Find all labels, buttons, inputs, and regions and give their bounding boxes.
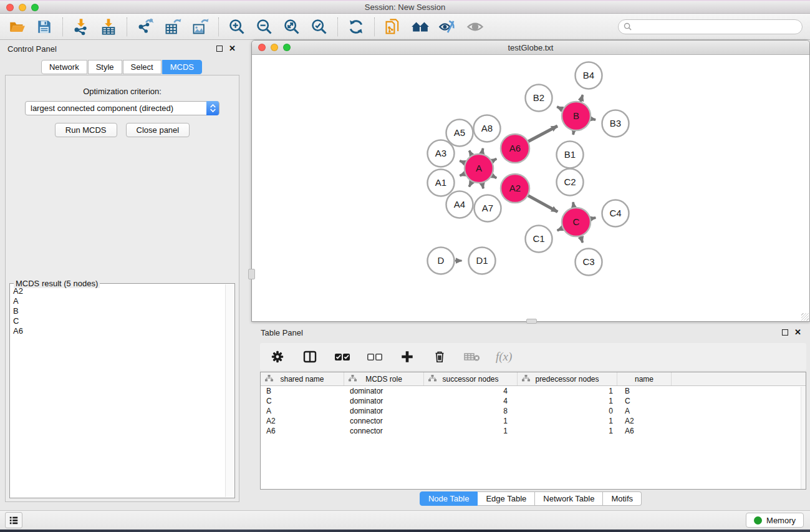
open-session-file-icon[interactable] xyxy=(383,17,402,36)
graph-edge-C-C3[interactable] xyxy=(581,236,582,243)
graph-edge-B-B2[interactable] xyxy=(557,107,562,109)
float-table-panel-icon[interactable] xyxy=(782,329,788,336)
application-window: Session: New Session xyxy=(0,0,810,532)
deselect-all-icon[interactable] xyxy=(366,348,383,365)
select-all-icon[interactable] xyxy=(334,348,351,365)
network-window-titlebar[interactable]: testGlobe.txt xyxy=(252,41,809,55)
zoom-in-icon[interactable] xyxy=(228,17,246,36)
maximize-network-button[interactable] xyxy=(283,44,291,51)
table-cell: 0 xyxy=(518,406,617,416)
export-image-icon[interactable] xyxy=(191,17,210,36)
table-row[interactable]: Cdominator41C xyxy=(261,396,806,406)
tab-network-table[interactable]: Network Table xyxy=(535,491,603,506)
column-header-mcds-role[interactable]: MCDS role xyxy=(344,372,424,385)
graph-edge-C-C4[interactable] xyxy=(591,218,595,219)
tab-edge-table[interactable]: Edge Table xyxy=(478,491,535,506)
hide-graphics-icon[interactable] xyxy=(438,17,457,36)
splitter-handle-left[interactable] xyxy=(248,269,255,279)
memory-status-icon xyxy=(754,516,762,525)
graph-edge-A-A1[interactable] xyxy=(460,173,465,175)
memory-button[interactable]: Memory xyxy=(746,513,804,528)
table-row[interactable]: A6connector11A6 xyxy=(261,426,806,436)
minimize-window-button[interactable] xyxy=(19,4,26,11)
graph-edge-A2-C[interactable] xyxy=(528,196,557,212)
table-row[interactable]: A2connector11A2 xyxy=(261,416,806,426)
table-row[interactable]: Bdominator41B xyxy=(261,386,806,396)
result-item[interactable]: A6 xyxy=(11,326,225,336)
graph-edge-A-A7[interactable] xyxy=(482,183,483,188)
tab-style[interactable]: Style xyxy=(88,60,122,74)
graph-edge-C-C1[interactable] xyxy=(557,228,562,231)
maximize-window-button[interactable] xyxy=(31,4,39,11)
graph-edge-A-A4[interactable] xyxy=(469,181,471,186)
dropdown-stepper-icon xyxy=(206,101,219,115)
graph-node-label: A4 xyxy=(454,199,465,210)
splitter-handle-bottom[interactable] xyxy=(526,319,537,324)
settings-gear-icon[interactable] xyxy=(269,348,286,365)
delete-table-icon[interactable] xyxy=(463,348,481,365)
table-cell: A xyxy=(617,406,672,416)
table-cell: C xyxy=(261,396,344,406)
zoom-fit-icon[interactable] xyxy=(282,17,301,36)
delete-column-icon[interactable] xyxy=(431,348,448,365)
column-view-icon[interactable] xyxy=(301,348,319,365)
open-session-icon[interactable] xyxy=(7,17,26,36)
toolbar-separator xyxy=(127,17,127,36)
table-scrollbar[interactable] xyxy=(801,387,806,489)
graph-edge-B-B4[interactable] xyxy=(581,95,582,102)
column-header-successor-nodes[interactable]: successor nodes xyxy=(424,372,518,385)
network-canvas[interactable]: B4B2BB3A8A5A6A3B1AA1C2A2A4A7C4CC1C3DD1 xyxy=(252,55,809,321)
result-item[interactable]: A2 xyxy=(11,286,225,296)
show-graphics-icon[interactable] xyxy=(466,17,485,36)
float-panel-icon[interactable] xyxy=(216,46,223,52)
close-network-button[interactable] xyxy=(258,44,266,51)
graph-edge-A-A6[interactable] xyxy=(492,158,496,161)
zoom-selected-icon[interactable] xyxy=(310,17,329,36)
graph-edge-A-A3[interactable] xyxy=(460,161,465,163)
column-header-predecessor-nodes[interactable]: predecessor nodes xyxy=(518,372,617,385)
add-column-icon[interactable] xyxy=(398,348,416,365)
window-controls xyxy=(6,4,39,11)
window-resize-grip[interactable] xyxy=(801,313,809,321)
graph-edge-A6-B[interactable] xyxy=(528,126,557,142)
close-panel-button[interactable]: Close panel xyxy=(126,123,190,137)
export-network-icon[interactable] xyxy=(136,17,155,36)
save-session-icon[interactable] xyxy=(35,17,54,36)
result-item[interactable]: B xyxy=(11,306,225,316)
table-row[interactable]: Adominator80A xyxy=(261,406,806,416)
graph-edge-A-A8[interactable] xyxy=(482,148,483,154)
result-item[interactable]: A xyxy=(11,296,225,306)
graph-edge-C-C2[interactable] xyxy=(573,202,574,207)
tab-node-table[interactable]: Node Table xyxy=(420,491,478,506)
refresh-network-icon[interactable] xyxy=(347,17,365,36)
search-input[interactable] xyxy=(635,22,797,31)
show-panels-button[interactable] xyxy=(5,512,22,528)
search-field[interactable] xyxy=(618,19,803,34)
close-panel-icon[interactable]: ✕ xyxy=(229,46,236,52)
graph-edge-A-A5[interactable] xyxy=(470,151,472,155)
graph-edge-B-B3[interactable] xyxy=(591,118,595,119)
minimize-network-button[interactable] xyxy=(271,44,278,51)
mcds-result-scrollbar[interactable] xyxy=(225,284,234,497)
run-mcds-button[interactable]: Run MCDS xyxy=(55,123,117,137)
tab-motifs[interactable]: Motifs xyxy=(603,491,642,506)
criterion-dropdown[interactable]: largest connected component (directed) xyxy=(25,101,219,115)
graph-edge-A-A2[interactable] xyxy=(492,176,496,178)
import-network-icon[interactable] xyxy=(72,17,90,36)
control-panel-tabs: Network Style Select MCDS xyxy=(0,60,243,74)
tab-network[interactable]: Network xyxy=(41,60,87,74)
toolbar-separator xyxy=(374,17,375,36)
home-view-icon[interactable] xyxy=(411,17,430,36)
apply-function-icon[interactable]: f(x) xyxy=(496,350,512,364)
graph-edge-B-B1[interactable] xyxy=(573,131,574,135)
column-header-shared-name[interactable]: shared name xyxy=(261,372,344,385)
zoom-out-icon[interactable] xyxy=(255,17,274,36)
import-table-icon[interactable] xyxy=(99,17,118,36)
tab-select[interactable]: Select xyxy=(123,60,162,74)
column-header-name[interactable]: name xyxy=(617,372,672,385)
tab-mcds[interactable]: MCDS xyxy=(162,60,202,74)
result-item[interactable]: C xyxy=(11,316,225,326)
close-table-panel-icon[interactable]: ✕ xyxy=(794,329,801,336)
close-window-button[interactable] xyxy=(6,4,14,11)
export-table-icon[interactable] xyxy=(163,17,182,36)
